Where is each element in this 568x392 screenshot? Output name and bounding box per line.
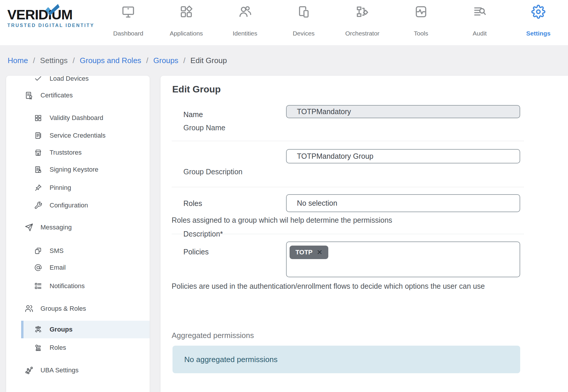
nav-item-identities[interactable]: Identities [220, 0, 270, 45]
network-nodes-icon [25, 366, 33, 375]
name-input[interactable]: TOTPMandatory [286, 105, 520, 118]
nav-item-tools[interactable]: Tools [396, 0, 446, 45]
sidebar-item-certificates[interactable]: Certificates [6, 87, 150, 104]
sidebar-item-uba-settings[interactable]: UBA Settings [6, 362, 150, 379]
aggregated-permissions-empty: No aggregated permissions [173, 346, 520, 373]
grid-squares-icon [34, 114, 42, 122]
sidebar-item-truststores[interactable]: Truststores [6, 144, 150, 161]
breadcrumb-separator: / [146, 56, 148, 65]
content-area: Load Devices Certificates Validity Dashb… [0, 76, 568, 392]
activity-icon [414, 5, 428, 19]
wrench-icon [34, 201, 42, 209]
page-title: Edit Group [172, 84, 221, 95]
sidebar-item-email[interactable]: Email [6, 259, 150, 276]
nav-item-orchestrator[interactable]: Orchestrator [337, 0, 387, 45]
roles-help: Roles assigned to a group which wil help… [172, 217, 392, 224]
gear-icon [531, 5, 545, 19]
sidebar-item-notifications[interactable]: Notifications [6, 278, 150, 295]
policies-help: Policies are used in the authentication/… [172, 279, 512, 293]
chip-remove-icon[interactable]: ✕ [317, 248, 322, 256]
sidebar-item-configuration[interactable]: Configuration [6, 197, 150, 214]
list-squares-icon [34, 282, 42, 290]
nav-item-settings[interactable]: Settings [513, 0, 563, 45]
breadcrumb-settings: Settings [40, 56, 68, 65]
breadcrumb-groups[interactable]: Groups [153, 56, 178, 65]
description-help: Group Description [183, 168, 242, 175]
edit-group-panel: Edit Group Name Group Name TOTPMandatory… [160, 76, 568, 392]
sidebar-item-pinning[interactable]: Pinning [6, 179, 150, 196]
sidebar-item-groups-and-roles[interactable]: Groups & Roles [6, 300, 150, 317]
at-sign-icon [34, 263, 42, 272]
roles-select[interactable]: No selection [286, 194, 520, 212]
policies-label: Policies [183, 248, 209, 256]
nav-item-applications[interactable]: Applications [161, 0, 211, 45]
certificate-icon [25, 91, 33, 100]
sidebar-item-messaging[interactable]: Messaging [6, 219, 150, 236]
roles-label: Roles [183, 200, 202, 207]
breadcrumb: Home / Settings / Groups and Roles / Gro… [0, 45, 568, 76]
monitor-icon [121, 5, 135, 19]
sidebar-item-roles[interactable]: Roles [6, 339, 150, 356]
group-people-icon [34, 325, 42, 334]
name-label: Name [183, 111, 203, 118]
sidebar-item-validity-dashboard[interactable]: Validity Dashboard [6, 109, 150, 126]
logo-tagline: TRUSTED DIGITAL IDENTITY [7, 23, 104, 28]
section-divider [172, 141, 524, 141]
breadcrumb-home[interactable]: Home [8, 56, 28, 65]
document-lines-icon [34, 131, 42, 140]
nav-item-devices[interactable]: Devices [279, 0, 329, 45]
sidebar-item-service-credentials[interactable]: Service Credentials [6, 127, 150, 144]
policy-chip-totp[interactable]: TOTP ✕ [290, 246, 328, 259]
key-nodes-icon [34, 344, 42, 352]
paper-plane-icon [25, 223, 33, 232]
sidebar-item-load-devices[interactable]: Load Devices [6, 76, 150, 87]
nav-item-dashboard[interactable]: Dashboard [103, 0, 153, 45]
pushpin-icon [34, 184, 42, 192]
section-divider [172, 187, 524, 187]
flowchart-icon [355, 5, 369, 19]
sidebar-item-sms[interactable]: SMS [6, 242, 150, 259]
document-lock-icon [34, 165, 42, 174]
breadcrumb-separator: / [33, 56, 35, 65]
nav-item-audit[interactable]: Audit [455, 0, 505, 45]
app-header: VERIDIUM TRUSTED DIGITAL IDENTITY Dashbo… [0, 0, 568, 45]
check-icon [34, 76, 42, 83]
breadcrumb-separator: / [73, 56, 75, 65]
lines-magnifier-icon [473, 5, 487, 19]
devices-icon [297, 5, 311, 19]
name-help: Group Name [183, 124, 225, 131]
logo-checkmark-icon [44, 4, 60, 18]
section-divider [172, 234, 524, 234]
settings-sidebar: Load Devices Certificates Validity Dashb… [6, 76, 150, 392]
breadcrumb-current: Edit Group [190, 56, 227, 65]
message-copy-icon [34, 247, 42, 255]
users-icon [25, 304, 33, 313]
grid-diamond-icon [179, 5, 193, 19]
aggregated-permissions-heading: Aggregated permissions [172, 331, 254, 340]
sidebar-item-groups[interactable]: Groups [21, 321, 150, 338]
people-icon [238, 5, 252, 19]
veridium-logo: VERIDIUM TRUSTED DIGITAL IDENTITY [7, 7, 104, 28]
policies-multiselect[interactable]: TOTP ✕ [286, 241, 520, 277]
breadcrumb-groups-and-roles[interactable]: Groups and Roles [80, 56, 141, 65]
sidebar-item-signing-keystore[interactable]: Signing Keystore [6, 161, 150, 178]
store-icon [34, 148, 42, 157]
description-input[interactable]: TOTPMandatory Group [286, 149, 520, 163]
breadcrumb-separator: / [183, 56, 185, 65]
